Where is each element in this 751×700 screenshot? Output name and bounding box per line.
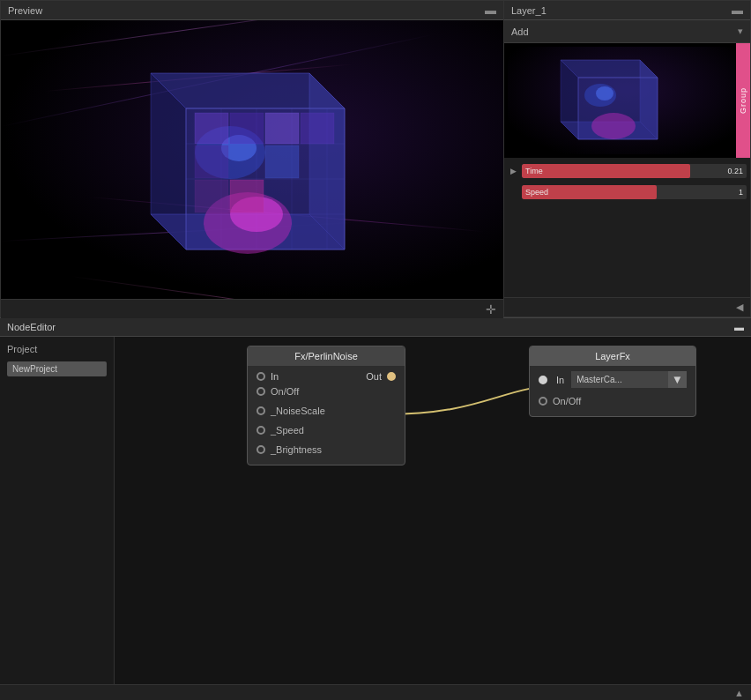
layerfx-in-port: In	[539, 375, 564, 385]
fx-node-header: Fx/PerlinNoise	[248, 346, 405, 366]
masterca-selector: MasterCa... ▼	[571, 371, 687, 388]
layer-param-speed: Speed 1	[504, 182, 750, 202]
time-bar[interactable]: Time 0.21	[522, 164, 747, 178]
fx-onoff-label: On/Off	[271, 386, 299, 397]
bottom-bar: ▲	[0, 684, 751, 700]
fx-brightness-label: _Brightness	[271, 444, 322, 455]
preview-bottom-bar: ✛	[1, 299, 503, 318]
layer-param-time: ▶ Time 0.21	[504, 161, 750, 181]
fx-out-port: Out	[366, 371, 396, 382]
project-label: Project	[7, 344, 107, 354]
node-editor: Project NewProject Fx/PerlinNoise In Out	[0, 337, 751, 700]
preview-cube-svg	[80, 47, 415, 285]
preview-collapse-btn[interactable]: ▬	[485, 4, 496, 17]
layer-side-text: Group	[739, 87, 747, 114]
fx-brightness-circle[interactable]	[257, 445, 265, 454]
speed-value: 1	[739, 188, 743, 197]
layerfx-in-label: In	[556, 375, 564, 385]
masterca-arrow-btn[interactable]: ▼	[668, 371, 687, 388]
layer-thumbnail	[504, 43, 750, 158]
masterca-button[interactable]: MasterCa...	[571, 371, 668, 388]
time-label: Time	[525, 167, 543, 175]
top-section: Preview ▬	[0, 0, 751, 317]
fx-onoff-circle[interactable]	[257, 387, 265, 396]
fx-out-circle[interactable]	[387, 372, 396, 381]
svg-point-31	[596, 86, 613, 101]
fx-in-label: In	[271, 371, 279, 382]
fx-in-port: In	[257, 371, 279, 382]
fx-node-body: In Out On/Off _NoiseScale	[248, 366, 405, 465]
svg-rect-18	[265, 113, 299, 144]
fx-out-label: Out	[366, 371, 382, 382]
layerfx-node: LayerFx In MasterCa... ▼ On/Off	[529, 346, 696, 417]
fx-noisescale-circle[interactable]	[257, 406, 265, 415]
time-value: 0.21	[727, 167, 743, 175]
layer-thumb-cube	[525, 51, 684, 148]
fx-in-out-row: In Out	[257, 371, 396, 382]
layerfx-header: LayerFx	[530, 346, 695, 366]
time-bar-fill	[522, 164, 690, 178]
layerfx-body: In MasterCa... ▼ On/Off	[530, 366, 695, 416]
preview-canvas	[1, 20, 503, 299]
fx-in-circle[interactable]	[257, 372, 265, 381]
speed-label: Speed	[525, 188, 548, 197]
fx-brightness-row: _Brightness	[257, 440, 396, 459]
speed-bar[interactable]: Speed 1	[522, 185, 747, 199]
time-play-btn[interactable]: ▶	[508, 166, 518, 176]
project-item-new[interactable]: NewProject	[7, 361, 107, 376]
layer-header: Layer_1 ▬	[504, 1, 750, 20]
preview-title: Preview	[8, 5, 42, 16]
layer-thumb-inner	[508, 47, 747, 154]
layer-panel: Layer_1 ▬ Add ▾	[504, 0, 751, 317]
add-bar: Add ▾	[504, 20, 750, 43]
svg-rect-21	[265, 145, 299, 178]
bottom-bar-arrow[interactable]: ▲	[734, 688, 744, 698]
layer-params: ▶ Time 0.21 Speed 1	[504, 158, 750, 297]
layer-title: Layer_1	[511, 5, 547, 16]
layerfx-onoff-circle[interactable]	[539, 397, 547, 406]
svg-rect-23	[230, 180, 264, 212]
svg-rect-16	[195, 113, 228, 144]
fx-speed-circle[interactable]	[257, 426, 265, 435]
layer-bottom-arrow: ◀	[736, 302, 743, 313]
move-icon: ✛	[486, 302, 496, 316]
preview-header: Preview ▬	[1, 1, 503, 20]
svg-rect-19	[301, 113, 334, 144]
fx-noisescale-row: _NoiseScale	[257, 401, 396, 421]
fx-perlin-noise-node: Fx/PerlinNoise In Out On/Off	[247, 346, 405, 465]
layer-side-strip: Group	[736, 43, 750, 158]
add-label: Add	[511, 26, 529, 37]
svg-point-29	[591, 113, 636, 139]
node-editor-header: NodeEditor ▬	[0, 317, 751, 337]
layer-panel-bottom: ◀	[504, 297, 750, 316]
fx-noisescale-label: _NoiseScale	[271, 406, 325, 416]
add-arrow-icon[interactable]: ▾	[738, 26, 743, 37]
svg-rect-22	[195, 180, 228, 212]
node-editor-collapse-btn[interactable]: ▬	[734, 322, 744, 332]
preview-panel: Preview ▬	[0, 0, 504, 317]
project-sidebar: Project NewProject	[0, 337, 115, 700]
node-editor-title: NodeEditor	[7, 322, 56, 332]
layerfx-in-circle[interactable]	[539, 376, 547, 384]
layer-collapse-btn[interactable]: ▬	[732, 4, 743, 17]
svg-rect-17	[230, 113, 264, 144]
fx-speed-row: _Speed	[257, 421, 396, 440]
fx-onoff-row: On/Off	[257, 382, 396, 401]
layerfx-in-row: In MasterCa... ▼	[539, 371, 687, 388]
node-canvas: Fx/PerlinNoise In Out On/Off	[115, 337, 751, 700]
fx-speed-label: _Speed	[271, 425, 304, 436]
layerfx-onoff-row: On/Off	[539, 391, 687, 411]
layerfx-onoff-label: On/Off	[553, 396, 581, 406]
svg-rect-20	[195, 145, 228, 178]
layer-thumbnail-wrapper: Group	[504, 43, 750, 158]
